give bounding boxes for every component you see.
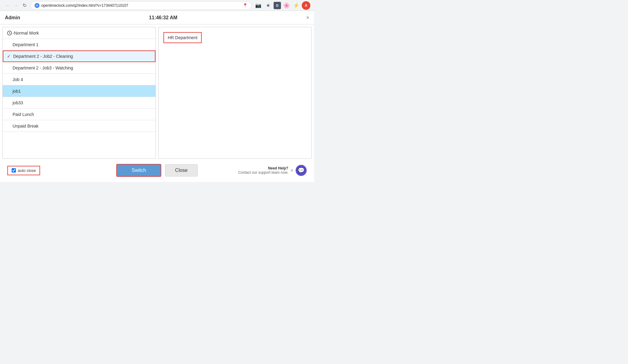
list-item[interactable]: Job 4 bbox=[3, 74, 155, 85]
help-close-button[interactable]: × bbox=[291, 168, 293, 173]
switch-button[interactable]: Switch bbox=[116, 164, 161, 177]
back-button[interactable]: ← bbox=[4, 2, 11, 9]
app-time: 11:46:32 AM bbox=[149, 15, 178, 20]
item-label: Paid Lunch bbox=[13, 112, 34, 117]
help-widget: Need Help? Contact our support team now.… bbox=[238, 165, 307, 176]
left-panel: -Normal Work Department 1 ✓ Department 2… bbox=[2, 27, 156, 159]
browser-actions: 📷 ★ D 🌸 ⚡ A bbox=[254, 1, 310, 10]
list-item-highlighted[interactable]: job1 bbox=[3, 85, 155, 97]
check-placeholder bbox=[6, 89, 13, 94]
extensions-icon[interactable]: ⚡ bbox=[292, 1, 301, 10]
check-mark-icon: ✓ bbox=[7, 54, 13, 59]
app-close-button[interactable]: × bbox=[306, 15, 309, 20]
item-label: Department 2 - Job3 - Watching bbox=[13, 65, 73, 70]
help-chat-button[interactable]: 💬 bbox=[296, 165, 307, 176]
extension-icon-star[interactable]: 🌸 bbox=[282, 1, 291, 10]
check-placeholder bbox=[6, 100, 13, 105]
item-label: Job 4 bbox=[13, 77, 23, 82]
item-label: -Normal Work bbox=[13, 31, 39, 35]
app-header: Admin 11:46:32 AM × bbox=[0, 11, 314, 24]
browser-chrome: ← → ↻ O opentimeclock.com/q2/index.html?… bbox=[0, 0, 314, 11]
list-item[interactable]: job33 bbox=[3, 97, 155, 109]
help-text: Need Help? Contact our support team now. bbox=[238, 166, 288, 175]
screenshot-icon[interactable]: 📷 bbox=[254, 1, 263, 10]
forward-button[interactable]: → bbox=[12, 2, 20, 9]
check-placeholder bbox=[6, 112, 13, 117]
help-title: Need Help? bbox=[238, 166, 288, 170]
panels-container: -Normal Work Department 1 ✓ Department 2… bbox=[2, 27, 312, 159]
check-placeholder bbox=[6, 65, 13, 70]
refresh-button[interactable]: ↻ bbox=[21, 2, 28, 9]
browser-nav-buttons: ← → ↻ bbox=[4, 2, 28, 9]
auto-close-checkbox[interactable] bbox=[12, 168, 16, 173]
extension-icon-d[interactable]: D bbox=[274, 2, 281, 9]
main-content: -Normal Work Department 1 ✓ Department 2… bbox=[0, 24, 314, 182]
right-panel-header-text: HR Department bbox=[168, 35, 197, 40]
right-panel: HR Department bbox=[158, 27, 312, 159]
item-label: job1 bbox=[13, 89, 21, 94]
list-item-selected[interactable]: ✓ Department 2 - Job2 - Cleaning bbox=[3, 50, 155, 62]
list-item[interactable]: Paid Lunch bbox=[3, 109, 155, 120]
item-label: job33 bbox=[13, 100, 23, 105]
app-container: Admin 11:46:32 AM × -Normal Work bbox=[0, 11, 314, 182]
profile-button[interactable]: A bbox=[302, 1, 310, 10]
close-button[interactable]: Close bbox=[165, 164, 198, 176]
check-placeholder bbox=[6, 42, 13, 47]
check-placeholder bbox=[6, 77, 13, 82]
location-icon: 📍 bbox=[243, 3, 248, 8]
right-panel-header: HR Department bbox=[163, 32, 202, 43]
address-text: opentimeclock.com/q2/index.html?v=173440… bbox=[41, 3, 128, 8]
auto-close-label: auto close bbox=[18, 168, 36, 173]
site-icon: O bbox=[35, 3, 39, 8]
app-title: Admin bbox=[5, 15, 20, 20]
list-item[interactable]: Department 2 - Job3 - Watching bbox=[3, 62, 155, 74]
item-label: Unpaid Break bbox=[13, 124, 39, 128]
auto-close-container: auto close bbox=[7, 166, 40, 175]
list-item[interactable]: -Normal Work bbox=[3, 27, 155, 39]
chat-icon: 💬 bbox=[298, 167, 305, 174]
footer: auto close Switch Close Need Help? Conta… bbox=[2, 161, 312, 180]
item-label: Department 2 - Job2 - Cleaning bbox=[13, 54, 73, 59]
help-subtitle: Contact our support team now. bbox=[238, 170, 288, 175]
list-item[interactable]: Department 1 bbox=[3, 39, 155, 50]
clock-icon bbox=[6, 30, 13, 36]
item-label: Department 1 bbox=[13, 42, 39, 47]
list-item[interactable]: Unpaid Break bbox=[3, 120, 155, 132]
address-bar[interactable]: O opentimeclock.com/q2/index.html?v=1734… bbox=[31, 1, 252, 10]
check-placeholder bbox=[6, 124, 13, 128]
bookmark-icon[interactable]: ★ bbox=[264, 1, 272, 10]
